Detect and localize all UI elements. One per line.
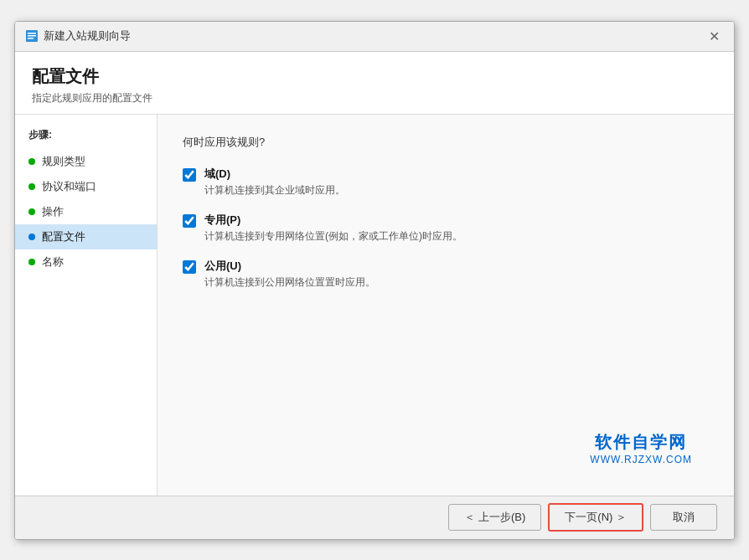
sidebar-label-protocol: 协议和端口 — [42, 179, 96, 194]
page-title: 配置文件 — [32, 65, 717, 88]
option-domain: 域(D) 计算机连接到其企业域时应用。 — [183, 167, 709, 198]
option-private-label[interactable]: 专用(P) — [204, 213, 462, 228]
close-button[interactable]: ✕ — [704, 26, 724, 46]
sidebar-label-action: 操作 — [42, 204, 64, 219]
svg-rect-1 — [28, 33, 36, 34]
checkbox-domain[interactable] — [183, 168, 196, 182]
title-bar-left: 新建入站规则向导 — [25, 28, 131, 44]
steps-label: 步骤: — [15, 128, 157, 149]
back-button[interactable]: ＜ 上一步(B) — [448, 504, 541, 531]
question-text: 何时应用该规则? — [183, 135, 709, 150]
sidebar-label-rule-type: 规则类型 — [42, 154, 85, 169]
watermark-sub: WWW.RJZXW.COM — [590, 454, 692, 465]
page-subtitle: 指定此规则应用的配置文件 — [32, 91, 717, 105]
dot-icon-rule-type — [28, 158, 35, 165]
checkbox-private-wrapper[interactable] — [183, 214, 196, 231]
next-button[interactable]: 下一页(N) ＞ — [548, 503, 643, 532]
option-public: 公用(U) 计算机连接到公用网络位置置时应用。 — [183, 259, 709, 290]
sidebar-item-profile[interactable]: 配置文件 — [15, 224, 157, 249]
sidebar: 步骤: 规则类型 协议和端口 操作 配置文件 名称 — [15, 115, 158, 496]
sidebar-item-name[interactable]: 名称 — [15, 249, 157, 275]
option-private-text: 专用(P) 计算机连接到专用网络位置(例如，家或工作单位)时应用。 — [204, 213, 462, 244]
checkbox-domain-wrapper[interactable] — [183, 168, 196, 185]
dot-icon-protocol — [28, 183, 35, 190]
sidebar-item-rule-type[interactable]: 规则类型 — [15, 149, 157, 174]
option-domain-desc: 计算机连接到其企业域时应用。 — [204, 183, 345, 198]
sidebar-label-profile: 配置文件 — [42, 229, 85, 244]
svg-rect-2 — [28, 35, 36, 37]
watermark-main: 软件自学网 — [590, 431, 692, 454]
option-domain-label[interactable]: 域(D) — [204, 167, 345, 182]
svg-rect-3 — [28, 38, 34, 39]
option-private: 专用(P) 计算机连接到专用网络位置(例如，家或工作单位)时应用。 — [183, 213, 709, 244]
content-area: 步骤: 规则类型 协议和端口 操作 配置文件 名称 — [15, 115, 734, 496]
option-public-desc: 计算机连接到公用网络位置置时应用。 — [204, 275, 375, 290]
checkbox-public-wrapper[interactable] — [183, 260, 196, 277]
sidebar-item-action[interactable]: 操作 — [15, 199, 157, 224]
option-private-desc: 计算机连接到专用网络位置(例如，家或工作单位)时应用。 — [204, 229, 462, 244]
option-public-label[interactable]: 公用(U) — [204, 259, 375, 274]
checkbox-private[interactable] — [183, 214, 196, 228]
watermark: 软件自学网 WWW.RJZXW.COM — [590, 431, 692, 465]
window-icon — [25, 29, 39, 43]
title-text: 新建入站规则向导 — [44, 28, 131, 44]
sidebar-label-name: 名称 — [42, 254, 64, 270]
main-content: 何时应用该规则? 域(D) 计算机连接到其企业域时应用。 — [158, 115, 734, 496]
option-group: 域(D) 计算机连接到其企业域时应用。 专用(P) 计算机连接到专用网络位置(例… — [183, 167, 709, 290]
cancel-button[interactable]: 取消 — [650, 504, 717, 531]
dot-icon-name — [28, 259, 35, 265]
dot-icon-action — [28, 208, 35, 215]
dot-icon-profile — [28, 234, 35, 240]
footer: ＜ 上一步(B) 下一页(N) ＞ 取消 — [15, 496, 734, 539]
option-domain-text: 域(D) 计算机连接到其企业域时应用。 — [204, 167, 345, 198]
sidebar-item-protocol-port[interactable]: 协议和端口 — [15, 174, 157, 199]
main-window: 新建入站规则向导 ✕ 配置文件 指定此规则应用的配置文件 步骤: 规则类型 协议… — [14, 21, 735, 540]
title-bar: 新建入站规则向导 ✕ — [15, 22, 734, 52]
checkbox-public[interactable] — [183, 260, 196, 274]
option-public-text: 公用(U) 计算机连接到公用网络位置置时应用。 — [204, 259, 375, 290]
page-header: 配置文件 指定此规则应用的配置文件 — [15, 52, 734, 115]
